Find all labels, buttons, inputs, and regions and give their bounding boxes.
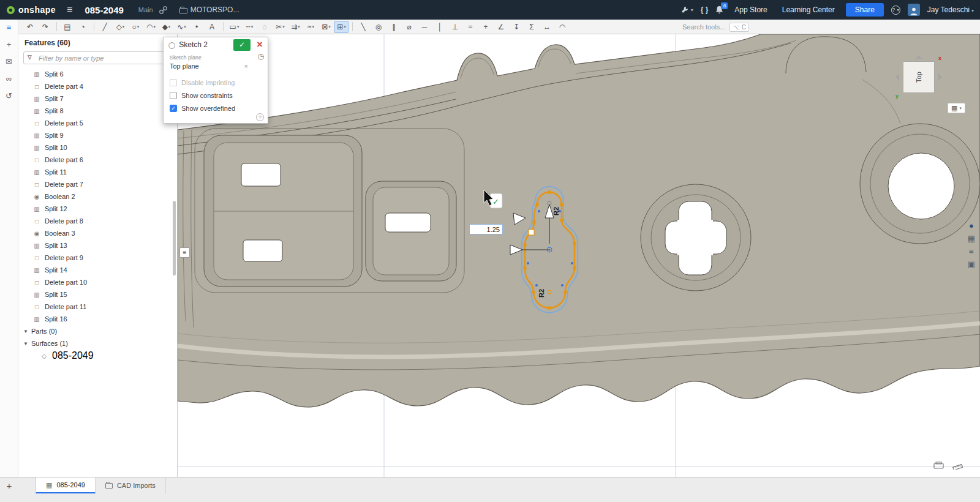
feature-row[interactable]: Split 7 bbox=[18, 92, 177, 105]
user-name[interactable]: Jay Tedeschi bbox=[927, 6, 974, 14]
help-button[interactable]: ? bbox=[891, 6, 900, 15]
sketch-option-row[interactable]: Show overdefined bbox=[170, 102, 262, 114]
measure-icon[interactable] bbox=[952, 462, 963, 470]
normal-constraint-icon[interactable]: ∠ bbox=[494, 21, 508, 33]
sketch-context-menu-button[interactable]: ≡ bbox=[179, 247, 190, 258]
search-tools[interactable]: Search tools... ⌥ C bbox=[677, 20, 754, 34]
feature-tree-icon[interactable]: ≡ bbox=[7, 23, 12, 31]
feature-filter-input[interactable] bbox=[23, 51, 172, 64]
midpoint-constraint-icon[interactable]: + bbox=[479, 21, 493, 33]
display-mode-button[interactable]: ▦ ▾ bbox=[948, 103, 965, 113]
feature-row[interactable]: Delete part 11 bbox=[18, 301, 177, 313]
surface-row[interactable]: 085-2049 bbox=[18, 350, 177, 362]
rectangle-tool-icon[interactable]: ◇ ▾ bbox=[113, 21, 127, 33]
spline-tool-icon[interactable]: ∿ ▾ bbox=[175, 21, 189, 33]
model-svg[interactable]: R2 R2 ✓ bbox=[178, 34, 980, 477]
text-tool-icon[interactable]: A bbox=[205, 21, 219, 33]
construction-icon[interactable]: ╌ ▾ bbox=[243, 21, 257, 33]
extend-tool-icon[interactable]: ⇉ ▾ bbox=[288, 21, 303, 33]
sketch-use-icon[interactable]: ◔ bbox=[76, 21, 90, 33]
insert-icon[interactable]: + bbox=[7, 40, 12, 48]
sketch-option-row[interactable]: Show constraints bbox=[170, 89, 262, 102]
feature-row[interactable]: Split 11 bbox=[18, 166, 177, 178]
point-tool-icon[interactable]: • bbox=[190, 21, 204, 33]
document-location[interactable]: MOTORSPO... bbox=[179, 6, 239, 14]
feature-row[interactable]: Split 6 bbox=[18, 68, 177, 80]
view-cube-face[interactable]: Top bbox=[903, 61, 935, 93]
linked-docs-icon[interactable]: ∞ bbox=[6, 75, 12, 83]
toolbar-separator[interactable] bbox=[56, 22, 57, 31]
feature-row[interactable]: Split 16 bbox=[18, 313, 177, 325]
project-convert-icon[interactable]: ◌ bbox=[258, 21, 272, 33]
isolate-icon[interactable]: ▣ bbox=[968, 260, 975, 268]
featurescript-icon[interactable]: { } bbox=[701, 6, 709, 14]
feature-row[interactable]: Boolean 2 bbox=[18, 190, 177, 203]
clear-plane-icon[interactable]: × bbox=[244, 62, 248, 70]
document-tab[interactable]: 085-2049 bbox=[36, 478, 96, 493]
line-tool-icon[interactable]: ╱ bbox=[98, 21, 112, 33]
paste-sketch-icon[interactable]: ▤ bbox=[61, 21, 75, 33]
rotate-left-arrow-icon[interactable] bbox=[892, 73, 899, 81]
boss-cross-hole[interactable] bbox=[641, 184, 751, 291]
commit-sketch-button[interactable] bbox=[233, 39, 251, 51]
feature-list-scrollbar[interactable] bbox=[173, 201, 176, 275]
checkbox[interactable] bbox=[170, 92, 177, 99]
new-tab-button[interactable]: + bbox=[0, 478, 18, 493]
arc-tool-icon[interactable]: ◠ ▾ bbox=[144, 21, 158, 33]
rotate-up-arrow-icon[interactable] bbox=[915, 51, 922, 59]
rotate-right-arrow-icon[interactable] bbox=[938, 73, 946, 81]
onshape-logo[interactable]: onshape bbox=[6, 5, 56, 15]
feature-row[interactable]: Delete part 6 bbox=[18, 154, 177, 166]
user-avatar[interactable] bbox=[908, 4, 920, 16]
fillet-radius-label-top[interactable]: R2 bbox=[552, 207, 560, 215]
feature-row[interactable]: Delete part 9 bbox=[18, 252, 177, 264]
feature-row[interactable]: Split 12 bbox=[18, 203, 177, 215]
model-viewport[interactable]: R2 R2 ✓ Top x y ▦ ▾ ● ▦ ≡ ▣ bbox=[178, 34, 980, 477]
feature-row[interactable]: Delete part 4 bbox=[18, 80, 177, 92]
feature-row[interactable]: Split 13 bbox=[18, 239, 177, 252]
learning-center-button[interactable]: Learning Center bbox=[778, 3, 839, 17]
offset-tool-icon[interactable]: ≈ ▾ bbox=[304, 21, 318, 33]
feature-row[interactable]: Delete part 7 bbox=[18, 178, 177, 190]
main-menu-icon[interactable]: ≡ bbox=[67, 4, 72, 15]
pattern-tool-icon[interactable]: ⊞ ▾ bbox=[334, 21, 349, 33]
curvature-icon[interactable]: ◠ bbox=[556, 21, 570, 33]
feature-row[interactable]: Delete part 8 bbox=[18, 215, 177, 227]
parts-group-header[interactable]: ▼ Parts (0) bbox=[18, 325, 177, 337]
comments-icon[interactable]: ✉ bbox=[6, 58, 12, 66]
feature-row[interactable]: Split 8 bbox=[18, 105, 177, 117]
redo-icon[interactable]: ↷ bbox=[39, 21, 53, 33]
slot-tool-icon[interactable]: ▭ ▾ bbox=[227, 21, 241, 33]
link-icon[interactable] bbox=[159, 6, 167, 14]
history-icon[interactable]: ↺ bbox=[6, 92, 12, 100]
document-title[interactable]: 085-2049 bbox=[85, 5, 123, 15]
checkbox[interactable] bbox=[170, 105, 177, 112]
toolbar-separator[interactable] bbox=[94, 22, 94, 31]
coincident-constraint-icon[interactable]: ╲ bbox=[356, 21, 371, 33]
feature-row[interactable]: Split 10 bbox=[18, 141, 177, 154]
appearance-sphere-icon[interactable]: ● bbox=[969, 222, 974, 230]
feature-row[interactable]: Split 15 bbox=[18, 288, 177, 301]
feature-row[interactable]: Delete part 10 bbox=[18, 276, 177, 288]
document-tab[interactable]: CAD Imports bbox=[96, 478, 166, 493]
mirror-tool-icon[interactable]: ⊠ ▾ bbox=[319, 21, 333, 33]
dimension-tool-icon[interactable]: ↔ bbox=[540, 21, 554, 33]
feature-row[interactable]: Split 9 bbox=[18, 129, 177, 141]
perpendicular-constraint-icon[interactable]: ⊥ bbox=[448, 21, 462, 33]
history-clock-icon[interactable]: ◷ bbox=[258, 52, 264, 61]
plot-icon[interactable] bbox=[933, 462, 944, 470]
share-button[interactable]: Share bbox=[846, 3, 884, 17]
workspace-name[interactable]: Main bbox=[138, 6, 153, 13]
sketch-option-row[interactable]: Disable imprinting bbox=[170, 76, 262, 89]
notifications-bell-icon[interactable]: 8 bbox=[715, 6, 723, 14]
dimension-value-input[interactable] bbox=[469, 224, 503, 234]
fillet-radius-label-bottom[interactable]: R2 bbox=[538, 289, 545, 298]
view-cube[interactable]: Top x y bbox=[888, 53, 952, 105]
surfaces-group-header[interactable]: ▼ Surfaces (1) bbox=[18, 337, 177, 350]
checkbox[interactable] bbox=[170, 79, 177, 86]
horizontal-constraint-icon[interactable]: ─ bbox=[418, 21, 432, 33]
equal-constraint-icon[interactable]: = bbox=[464, 21, 478, 33]
dialog-help-icon[interactable]: ? bbox=[256, 113, 264, 121]
undo-icon[interactable]: ↶ bbox=[23, 21, 37, 33]
circle-tool-icon[interactable]: ○ ▾ bbox=[129, 21, 143, 33]
